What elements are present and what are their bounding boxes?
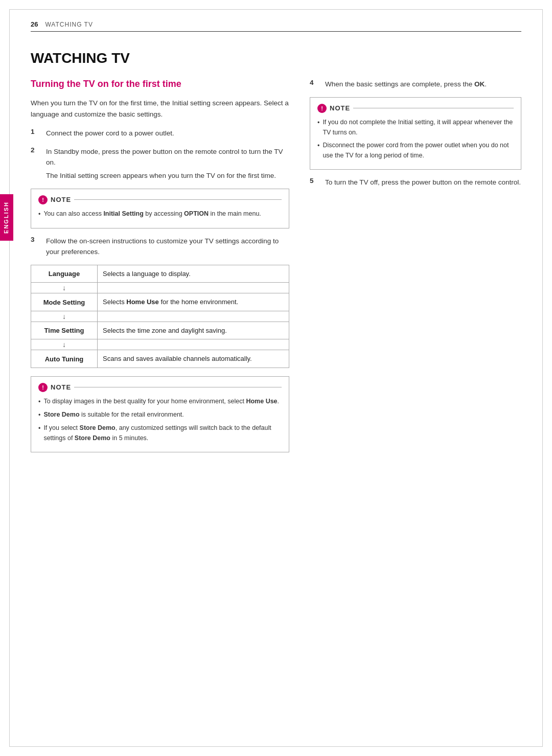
sidebar-language-label: ENGLISH: [0, 194, 13, 241]
note-right-text-1: If you do not complete the Initial setti…: [323, 117, 514, 138]
step-5: 5 To turn the TV off, press the power bu…: [310, 177, 521, 188]
table-arrow-3: ↓: [31, 339, 289, 350]
note-header-right: ! NOTE: [317, 104, 514, 113]
step-2-text: In Standby mode, press the power button …: [46, 148, 283, 167]
intro-text: When you turn the TV on for the first ti…: [31, 98, 289, 120]
note-label-2: NOTE: [51, 383, 71, 391]
note2-bullet-1: • To display images in the best quality …: [38, 396, 282, 407]
step-3-number: 3: [31, 236, 41, 258]
setting-desc-language: Selects a language to display.: [98, 265, 289, 283]
table-row-mode: Mode Setting Selects Home Use for the ho…: [31, 293, 289, 311]
note-box-right: ! NOTE • If you do not complete the Init…: [310, 97, 521, 170]
setting-desc-mode: Selects Home Use for the home environmen…: [98, 293, 289, 311]
table-row-time: Time Setting Selects the time zone and d…: [31, 322, 289, 339]
note-header-2: ! NOTE: [38, 383, 282, 392]
step-1-number: 1: [31, 128, 41, 139]
note-line-1: [74, 199, 282, 200]
step-2-content: In Standby mode, press the power button …: [46, 146, 289, 181]
step-4-ok: OK: [474, 80, 485, 88]
table-arrow-2: ↓: [31, 311, 289, 322]
step-4-text: When the basic settings are complete, pr…: [325, 79, 487, 90]
note1-option: OPTION: [184, 210, 209, 217]
table-row-autotuning: Auto Tuning Scans and saves available ch…: [31, 350, 289, 368]
note-label-right: NOTE: [330, 104, 350, 112]
page-number: 26: [31, 20, 38, 28]
step-2: 2 In Standby mode, press the power butto…: [31, 146, 289, 181]
note-label-1: NOTE: [51, 196, 71, 203]
note1-text-prefix: You can also access: [43, 210, 103, 217]
step-1: 1 Connect the power cord to a power outl…: [31, 128, 289, 139]
setting-desc-time: Selects the time zone and daylight savin…: [98, 322, 289, 339]
arrow-2: ↓: [31, 311, 98, 322]
right-column: 4 When the basic settings are complete, …: [310, 79, 521, 460]
setting-name-mode: Mode Setting: [31, 293, 98, 311]
note-line-2: [74, 387, 282, 387]
note-icon-2: !: [38, 383, 48, 392]
table-arrow-1: ↓: [31, 283, 289, 293]
note-right-bullet-1: • If you do not complete the Initial set…: [317, 117, 514, 138]
note2-bullet-3: • If you select Store Demo, any customiz…: [38, 423, 282, 443]
step-3: 3 Follow the on-screen instructions to c…: [31, 236, 289, 258]
note-box-2: ! NOTE • To display images in the best q…: [31, 376, 289, 452]
settings-table: Language Selects a language to display. …: [31, 265, 289, 368]
left-column: Turning the TV on for the first time Whe…: [31, 79, 289, 460]
page-header: 26 WATCHING TV: [31, 20, 521, 32]
step-4: 4 When the basic settings are complete, …: [310, 79, 521, 90]
note-right-bullet-2: • Disconnect the power cord from the pow…: [317, 140, 514, 161]
note-line-right: [353, 108, 514, 108]
step-4-number: 4: [310, 79, 320, 90]
sub-heading: Turning the TV on for the first time: [31, 79, 289, 89]
step-5-text: To turn the TV off, press the power butt…: [325, 177, 521, 188]
setting-name-autotuning: Auto Tuning: [31, 350, 98, 368]
note-icon-1: !: [38, 195, 48, 204]
step-3-text: Follow the on-screen instructions to cus…: [46, 236, 289, 258]
header-title: WATCHING TV: [45, 21, 93, 28]
setting-name-time: Time Setting: [31, 322, 98, 339]
note1-text-suffix: in the main menu.: [209, 210, 261, 217]
setting-desc-autotuning: Scans and saves available channels autom…: [98, 350, 289, 368]
note1-text-mid: by accessing: [144, 210, 184, 217]
step-5-number: 5: [310, 177, 320, 188]
step-1-text: Connect the power cord to a power outlet…: [46, 128, 174, 139]
note-icon-right: !: [317, 104, 327, 113]
note-header-1: ! NOTE: [38, 195, 282, 204]
step-2-number: 2: [31, 146, 41, 181]
step-2-subtext: The Initial setting screen appears when …: [46, 170, 289, 181]
arrow-3: ↓: [31, 339, 98, 350]
section-title: WATCHING TV: [31, 50, 521, 66]
arrow-1: ↓: [31, 283, 98, 293]
note1-initial-setting: Initial Setting: [103, 210, 143, 217]
table-row-language: Language Selects a language to display.: [31, 265, 289, 283]
note2-bullet-2: • Store Demo is suitable for the retail …: [38, 409, 282, 420]
note1-bullet-1: • You can also access Initial Setting by…: [38, 209, 282, 219]
note-box-1: ! NOTE • You can also access Initial Set…: [31, 189, 289, 228]
setting-name-language: Language: [31, 265, 98, 283]
note-right-text-2: Disconnect the power cord from the power…: [323, 140, 514, 161]
